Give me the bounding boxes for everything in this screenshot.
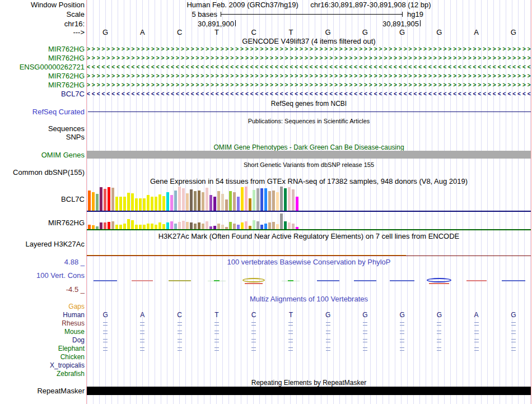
multiz-species-gaps[interactable]: Gaps [0, 303, 85, 310]
snps-label[interactable]: SNPs [0, 133, 85, 141]
multiz-align-mark [363, 339, 367, 342]
multiz-species-dog[interactable]: Dog [0, 337, 85, 344]
conservation-min-value: -4.5 _ [0, 286, 85, 293]
refseq-curated-label[interactable]: RefSeq Curated [0, 108, 85, 115]
multiz-align-mark [178, 339, 182, 342]
multiz-align-mark [474, 347, 479, 351]
multiz-alignment-marks [87, 0, 531, 404]
multiz-align-mark [474, 339, 479, 342]
multiz-align-mark [140, 347, 144, 351]
omim-genes-label[interactable]: OMIM Genes [0, 151, 85, 159]
multiz-align-mark [400, 347, 404, 351]
multiz-align-mark [103, 347, 108, 351]
window-position-label: Window Position [0, 1, 85, 8]
multiz-align-mark [400, 339, 404, 342]
multiz-align-mark [363, 331, 367, 334]
repeatmasker-track-title[interactable]: Repeating Elements by RepeatMasker [87, 379, 531, 387]
multiz-align-mark [400, 331, 404, 334]
multiz-align-mark [178, 331, 182, 334]
multiz-align-mark [511, 331, 516, 334]
multiz-align-mark [400, 322, 404, 326]
common-dbsnp-label[interactable]: Common dbSNP(155) [0, 169, 85, 176]
gene-label-mir762hg-2[interactable]: MIR762HG [0, 54, 85, 62]
multiz-align-mark [178, 347, 182, 351]
multiz-align-mark [103, 331, 108, 334]
multiz-species-rhesus[interactable]: Rhesus [0, 320, 85, 327]
multiz-align-mark [437, 322, 441, 326]
multiz-align-mark [511, 339, 516, 342]
multiz-align-mark [251, 347, 256, 351]
multiz-align-mark [288, 347, 293, 351]
repeatmasker-bar[interactable] [87, 387, 531, 395]
multiz-align-mark [437, 339, 441, 342]
multiz-species-xtropicalis[interactable]: X_tropicalis [0, 362, 85, 369]
multiz-align-mark [214, 347, 219, 351]
multiz-species-human[interactable]: Human [0, 312, 85, 319]
multiz-align-mark [511, 347, 516, 351]
multiz-align-mark [474, 331, 479, 334]
multiz-align-mark [214, 339, 219, 342]
strand-direction-label[interactable]: ---> [0, 29, 85, 36]
sequences-label[interactable]: Sequences [0, 125, 85, 132]
gene-label-mir762hg-4[interactable]: MIR762HG [0, 81, 85, 89]
multiz-species-elephant[interactable]: Elephant [0, 345, 85, 352]
multiz-align-mark [251, 331, 256, 334]
multiz-align-mark [363, 347, 367, 351]
multiz-species-zebrafish[interactable]: Zebrafish [0, 370, 85, 378]
multiz-align-mark [103, 339, 108, 342]
multiz-align-mark [288, 331, 293, 334]
multiz-align-mark [363, 322, 367, 326]
multiz-align-mark [251, 339, 256, 342]
multiz-align-mark [326, 339, 330, 342]
multiz-align-mark [437, 347, 441, 351]
multiz-align-mark [140, 331, 144, 334]
multiz-species-mouse[interactable]: Mouse [0, 328, 85, 336]
multiz-align-mark [214, 322, 219, 326]
multiz-species-chicken[interactable]: Chicken [0, 354, 85, 361]
multiz-align-mark [326, 331, 330, 334]
multiz-align-mark [511, 322, 516, 326]
gene-label-mir762hg-1[interactable]: MIR762HG [0, 45, 85, 53]
gtex-bcl7c-label[interactable]: BCL7C [0, 196, 85, 203]
multiz-align-mark [140, 322, 144, 326]
chrom-label: chr16: [0, 20, 85, 27]
multiz-align-mark [326, 347, 330, 351]
gene-label-ensg00000262721[interactable]: ENSG00000262721 [0, 63, 85, 71]
right-edge-divider [531, 0, 531, 404]
layered-h3k27ac-label[interactable]: Layered H3K27Ac [0, 240, 85, 248]
multiz-align-mark [214, 331, 219, 334]
scale-label: Scale [0, 11, 85, 18]
multiz-align-mark [140, 339, 144, 342]
genome-browser-image: Window Position Human Feb. 2009 (GRCh37/… [0, 0, 532, 404]
multiz-align-mark [251, 322, 256, 326]
multiz-align-mark [437, 331, 441, 334]
gene-label-mir762hg-3[interactable]: MIR762HG [0, 72, 85, 80]
multiz-align-mark [326, 322, 330, 326]
conservation-label[interactable]: 100 Vert. Cons [0, 272, 85, 279]
gene-label-bcl7c[interactable]: BCL7C [0, 90, 85, 97]
multiz-align-mark [178, 322, 182, 326]
multiz-align-mark [474, 322, 479, 326]
conservation-max-value: 4.88 _ [0, 258, 85, 266]
multiz-align-mark [288, 322, 293, 326]
multiz-align-mark [288, 339, 293, 342]
multiz-align-mark [103, 322, 108, 326]
gtex-mir762hg-label[interactable]: MIR762HG [0, 219, 85, 226]
repeatmasker-label[interactable]: RepeatMasker [0, 387, 85, 394]
